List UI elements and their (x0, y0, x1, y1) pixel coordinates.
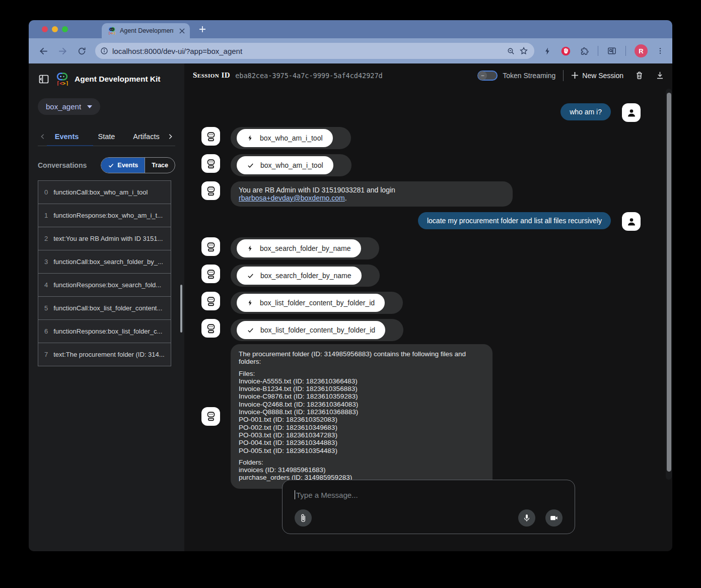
person-icon (626, 107, 637, 118)
tab-close-icon[interactable] (178, 27, 186, 35)
email-link[interactable]: rbarbosa+devday@boxdemo.com (239, 194, 345, 202)
new-session-button[interactable]: New Session (571, 72, 623, 80)
tool-response-chip[interactable]: box_list_folder_content_by_folder_id (237, 321, 385, 339)
file-line: PO-003.txt (ID: 1823610347283) (239, 431, 484, 439)
event-row[interactable]: 4functionResponse:box_search_fold... (38, 273, 171, 297)
token-streaming-toggle[interactable]: − (477, 71, 498, 81)
tab-state[interactable]: State (87, 133, 126, 141)
bot-text: You are RB Admin with ID 31519033281 and… (239, 186, 395, 194)
sidebar-tab-bar: Events State Artifacts (38, 127, 175, 146)
tool-bubble: box_who_am_i_tool (231, 127, 351, 149)
close-window-button[interactable] (42, 26, 48, 32)
tool-call-chip[interactable]: box_list_folder_content_by_folder_id (237, 294, 385, 312)
result-intro: The procurement folder (ID: 314985956883… (239, 350, 484, 366)
chevron-down-icon (87, 105, 92, 108)
address-bar[interactable]: localhost:8000/dev-ui/?app=box_agent (95, 43, 534, 59)
tool-call-chip[interactable]: box_who_am_i_tool (237, 129, 333, 147)
robot-icon (205, 296, 217, 307)
browser-tabstrip: [< >] Agent Development Kit Dev U (29, 20, 672, 38)
tool-bubble: box_list_folder_content_by_folder_id (231, 319, 403, 341)
message-input[interactable]: Type a Message... (295, 490, 563, 499)
site-info-icon[interactable] (100, 47, 108, 55)
back-icon[interactable] (36, 43, 51, 58)
user-message: locate my procurement folder and list al… (201, 212, 641, 231)
toolbar-separator (598, 46, 598, 56)
event-index: 6 (44, 328, 48, 335)
bookmark-star-icon[interactable] (519, 46, 528, 55)
content-blocker-icon[interactable] (560, 46, 571, 56)
attach-file-button[interactable] (295, 509, 312, 527)
bot-message: You are RB Admin with ID 31519033281 and… (201, 181, 641, 207)
chrome-menu-icon[interactable] (656, 47, 664, 55)
file-line: PO-005.txt (ID: 1823610354483) (239, 447, 484, 454)
event-label: functionCall:box_who_am_i_tool (53, 188, 148, 196)
sidebar-scrollbar[interactable] (180, 285, 182, 333)
zoom-out-icon[interactable] (507, 47, 515, 55)
tool-response-chip[interactable]: box_who_am_i_tool (237, 156, 333, 174)
maximize-window-button[interactable] (62, 26, 68, 32)
file-line: Invoice-C9876.txt (ID: 1823610359283) (239, 393, 484, 400)
delete-session-icon[interactable] (635, 71, 644, 80)
event-index: 2 (44, 235, 48, 242)
message-composer[interactable]: Type a Message... (282, 480, 575, 534)
bot-avatar (201, 407, 220, 426)
session-id-label: Session ID (193, 71, 230, 80)
session-id-value: eba82cea-3975-4a7c-9999-5af4cd42927d (235, 72, 383, 80)
side-panel-search-icon[interactable] (607, 46, 617, 56)
tab-events[interactable]: Events (47, 133, 87, 141)
browser-tab[interactable]: [< >] Agent Development Kit Dev U (102, 23, 190, 38)
bot-avatar (201, 292, 220, 310)
forward-icon[interactable] (55, 43, 70, 58)
export-session-icon[interactable] (655, 71, 665, 80)
profile-avatar[interactable]: R (635, 44, 648, 57)
bot-avatar (201, 181, 220, 200)
event-row[interactable]: 7text:The procurement folder (ID: 314... (38, 343, 171, 366)
bot-message: box_who_am_i_tool (201, 154, 641, 176)
video-button[interactable] (545, 509, 563, 527)
tab-artifacts[interactable]: Artifacts (126, 133, 166, 141)
bot-message: The procurement folder (ID: 314985956883… (201, 344, 641, 489)
file-line: Invoice-A5555.txt (ID: 1823610366483) (239, 377, 484, 385)
favicon-adk-icon: [< >] (108, 27, 116, 35)
url-text[interactable]: localhost:8000/dev-ui/?app=box_agent (112, 47, 503, 55)
robot-icon (205, 411, 217, 422)
toggle-events[interactable]: Events (101, 158, 145, 173)
lightning-icon (247, 299, 254, 306)
bot-avatar (201, 319, 220, 338)
event-label: functionCall:box_list_folder_content... (53, 304, 162, 312)
new-tab-button[interactable] (198, 25, 206, 33)
bot-text-bubble: You are RB Admin with ID 31519033281 and… (231, 181, 513, 207)
file-line: PO-004.txt (ID: 1823610344883) (239, 439, 484, 446)
event-row[interactable]: 0functionCall:box_who_am_i_tool (38, 180, 171, 204)
chat-scrollbar-thumb[interactable] (667, 93, 671, 472)
microphone-button[interactable] (518, 509, 535, 527)
toggle-trace[interactable]: Trace (145, 158, 175, 173)
bot-message: box_search_folder_by_name (201, 265, 641, 287)
chat-scrollbar-track[interactable] (666, 89, 672, 480)
toolbar-right: R (543, 44, 664, 57)
event-row[interactable]: 6functionResponse:box_list_folder_c... (38, 319, 171, 343)
event-row[interactable]: 3functionCall:box_search_folder_by_... (38, 250, 171, 274)
tool-response-chip[interactable]: box_search_folder_by_name (237, 267, 362, 285)
event-row[interactable]: 2text:You are RB Admin with ID 3151... (38, 227, 171, 250)
event-index: 0 (44, 188, 48, 196)
robot-icon (205, 131, 217, 142)
traffic-lights (42, 26, 68, 32)
agent-selector[interactable]: box_agent (38, 98, 100, 115)
tool-call-chip[interactable]: box_search_folder_by_name (237, 239, 361, 257)
tabs-scroll-left-icon[interactable] (39, 133, 47, 141)
toolbar-separator (625, 46, 626, 56)
robot-icon (205, 158, 217, 169)
minimize-window-button[interactable] (52, 26, 58, 32)
lightning-icon[interactable] (543, 47, 552, 55)
browser-window: [< >] Agent Development Kit Dev U (29, 20, 672, 551)
adk-logo-icon: [< >] (55, 72, 69, 86)
event-row[interactable]: 5functionCall:box_list_folder_content... (38, 296, 171, 320)
event-row[interactable]: 1functionResponse:box_who_am_i_t... (38, 204, 171, 227)
collapse-panel-icon[interactable] (38, 73, 50, 85)
extensions-puzzle-icon[interactable] (580, 46, 589, 56)
event-label: functionResponse:box_list_folder_c... (53, 328, 162, 335)
reload-icon[interactable] (74, 43, 89, 58)
tool-name: box_search_folder_by_name (260, 244, 351, 252)
tabs-scroll-right-icon[interactable] (166, 133, 174, 141)
